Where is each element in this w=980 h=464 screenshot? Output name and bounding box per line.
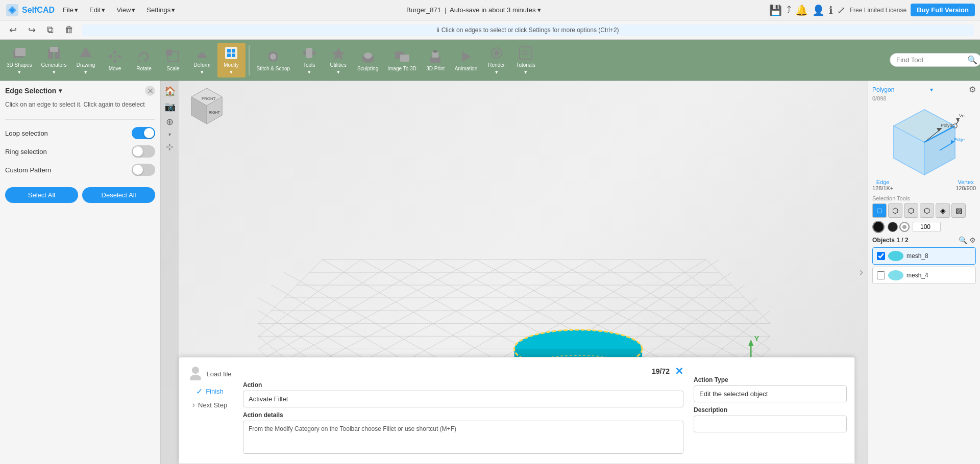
menu-settings[interactable]: Settings ▾ [143,6,178,14]
color-dots [888,222,910,232]
description-label: Description [694,406,847,414]
deselect-all-button[interactable]: Deselect All [82,187,155,203]
toggle-knob [144,128,154,138]
tool-scale[interactable]: Scale [159,46,187,73]
color-dot-dark[interactable] [888,222,898,232]
copy-button[interactable]: ⧉ [44,22,57,37]
menu-file[interactable]: File ▾ [60,6,81,14]
file-title: Burger_871 | Auto-save in about 3 minute… [183,6,764,14]
logo-icon [5,3,19,17]
ring-selection-label: Ring selection [5,148,47,156]
action-type-input[interactable] [694,385,847,402]
svg-line-69 [706,260,770,323]
menu-edit[interactable]: Edit ▾ [86,6,108,14]
opacity-input[interactable]: 100 [913,222,941,232]
tool-animation[interactable]: Animation [451,46,481,73]
tool-utilities[interactable]: Utilities ▾ [324,43,352,78]
custom-pattern-toggle[interactable] [132,164,155,176]
tool-3d-print[interactable]: 3D Print [422,46,450,73]
ring-selection-row: Ring selection [5,142,155,161]
3d-print-icon [427,48,444,65]
menu-view[interactable]: View ▾ [113,6,138,14]
color-dot-pattern[interactable] [899,222,910,232]
color-swatch[interactable] [872,221,885,233]
sel-tool-multi[interactable]: ⬡ [904,203,918,218]
tool-sculpting[interactable]: Sculpting [353,46,382,73]
polygon-header: Polygon ▾ ⚙ [872,85,976,94]
tool-move[interactable]: Move [101,46,129,73]
tool-generators[interactable]: Generators ▾ [37,43,70,78]
svg-text:FRONT: FRONT [202,96,216,101]
step-load-file[interactable]: Load file [188,365,231,382]
objects-settings-icon[interactable]: ⚙ [969,236,976,244]
object-item-mesh8[interactable]: mesh_8 [872,247,976,265]
user-icon[interactable]: 👤 [812,4,825,16]
action-details-label: Action details [243,411,683,419]
undo-button[interactable]: ↩ [6,22,20,38]
tool-3d-shapes[interactable]: 3D Shapes ▾ [3,43,36,78]
redo-button[interactable]: ↪ [25,22,39,38]
objects-search-icon[interactable]: 🔍 [959,236,967,244]
tool-image-to-3d[interactable]: Image To 3D [383,46,421,73]
polygon-mode-button[interactable]: Polygon [872,86,894,93]
object-name-mesh8: mesh_8 [906,252,928,260]
vertex-label[interactable]: Vertex [955,179,976,185]
loop-selection-toggle[interactable] [132,127,155,139]
edge-label[interactable]: Edge [872,179,893,185]
save-icon[interactable]: 💾 [769,4,782,16]
panel-header: Edge Selection ▾ ✕ [5,86,155,96]
sel-tool-dot[interactable]: ⬡ [888,203,902,218]
buy-full-version-button[interactable]: Buy Full Version [911,4,975,16]
info-icon[interactable]: ℹ [829,4,833,16]
sel-tool-loop[interactable]: ◈ [936,203,950,218]
tutorial-close-button[interactable]: ✕ [675,365,683,377]
action-type-label: Action Type [694,376,847,383]
sel-tool-ring[interactable]: ⬡ [920,203,934,218]
object-checkbox-mesh4[interactable] [877,271,885,279]
panel-close-button[interactable]: ✕ [145,86,155,96]
tool-stitch-scoop[interactable]: Stitch & Scoop [253,46,295,73]
sel-tool-box[interactable]: □ [872,203,887,218]
fullscreen-icon[interactable]: ⤢ [837,4,846,16]
object-item-mesh4[interactable]: mesh_4 [872,267,976,284]
polygon-settings-icon[interactable]: ⚙ [969,85,976,94]
tool-modify[interactable]: Modify ▾ [217,43,246,78]
stitch-scoop-icon [265,48,281,65]
sel-tool-paint[interactable]: ▨ [951,203,966,218]
object-checkbox-mesh8[interactable] [877,252,885,260]
select-all-button[interactable]: Select All [5,187,78,203]
license-text: Free Limited License [850,7,906,14]
scale-icon [165,48,181,65]
step-next[interactable]: › Next Step [192,400,227,409]
tool-tools[interactable]: Tools ▾ [295,43,323,78]
tool-drawing[interactable]: Drawing ▾ [72,43,100,78]
ring-selection-toggle[interactable] [132,145,155,158]
viewport[interactable]: 🏠 📷 ⊕ ▾ ⊹ › [161,81,868,464]
action-input[interactable] [243,391,683,407]
svg-marker-12 [138,60,141,63]
delete-button[interactable]: 🗑 [62,22,77,37]
tool-render[interactable]: Render ▾ [482,43,510,78]
cube-navigator[interactable]: FRONT RIGHT [186,86,227,126]
action-details-textarea[interactable]: From the Modify Category on the Toolbar … [243,421,683,454]
tutorials-icon [518,45,534,61]
tool-deform[interactable]: Deform ▾ [188,43,216,78]
main-area: Edge Selection ▾ ✕ Click on an edge to s… [0,81,980,464]
rotate-icon [136,48,152,65]
svg-marker-7 [113,49,117,54]
find-tool-input[interactable] [890,53,980,67]
share-icon[interactable]: ⤴ [786,4,791,16]
svg-rect-2 [15,48,26,56]
notification-icon[interactable]: 🔔 [795,4,808,16]
tool-rotate[interactable]: Rotate [130,46,158,73]
svg-rect-14 [166,49,172,56]
search-icon[interactable]: 🔍 [967,55,977,65]
cube-nav-svg: FRONT RIGHT [186,86,227,126]
description-input[interactable] [694,416,847,432]
panel-dropdown-icon[interactable]: ▾ [59,87,62,94]
polygon-arrow-icon[interactable]: ▾ [930,86,933,93]
step-finish[interactable]: ✓ Finish [196,386,224,396]
tool-tutorials[interactable]: Tutorials ▾ [511,43,540,78]
app-logo: SelfCAD [5,3,55,17]
svg-rect-31 [433,50,437,53]
